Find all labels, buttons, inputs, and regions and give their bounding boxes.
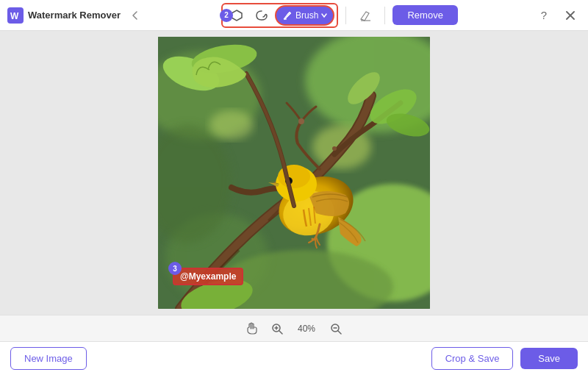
step3-badge: 3 — [168, 262, 182, 275]
lasso-icon — [255, 9, 268, 22]
eraser-tool-button[interactable] — [354, 5, 377, 26]
tool-group-box: Brush — [221, 3, 338, 28]
svg-rect-3 — [284, 18, 287, 20]
save-button[interactable]: Save — [520, 348, 578, 369]
eraser-icon — [359, 9, 372, 22]
watermark-text: @Myexample — [180, 271, 236, 282]
close-button[interactable] — [560, 5, 581, 26]
pan-tool-button[interactable] — [243, 320, 261, 338]
lasso-tool-button[interactable] — [250, 5, 273, 26]
tool-group-wrapper: 2 — [221, 3, 338, 28]
back-icon — [129, 10, 141, 21]
zoom-level: 40% — [293, 324, 320, 334]
toolbar-separator — [345, 7, 346, 24]
svg-text:W: W — [10, 11, 19, 21]
svg-line-35 — [279, 331, 282, 334]
help-button[interactable]: ? — [534, 5, 554, 26]
remove-button[interactable]: Remove — [392, 5, 457, 25]
app-title: Watermark Remover — [28, 10, 121, 21]
help-icon: ? — [541, 9, 547, 21]
app-icon: W — [7, 7, 24, 24]
title-bar-left: W Watermark Remover — [7, 5, 146, 26]
image-container: 3 @Myexample — [158, 37, 430, 309]
close-icon — [566, 11, 575, 20]
zoom-out-icon — [330, 323, 342, 335]
back-button[interactable] — [125, 5, 146, 26]
svg-point-18 — [332, 146, 337, 151]
zoom-bar: 40% — [0, 315, 588, 341]
svg-line-38 — [338, 331, 341, 334]
hand-icon — [245, 322, 259, 335]
toolbar-center: 2 — [221, 3, 458, 28]
action-bar: New Image Crop & Save Save — [0, 341, 588, 375]
brush-label: Brush — [295, 10, 318, 21]
new-image-button[interactable]: New Image — [10, 347, 87, 370]
toolbar-separator2 — [384, 7, 385, 24]
svg-marker-2 — [232, 10, 242, 21]
chevron-down-icon — [321, 12, 327, 18]
zoom-in-button[interactable] — [268, 320, 286, 338]
brush-tool-button[interactable]: Brush — [275, 5, 334, 26]
crop-save-button[interactable]: Crop & Save — [431, 347, 514, 370]
title-bar: W Watermark Remover 2 — [0, 0, 588, 31]
watermark-label[interactable]: 3 @Myexample — [173, 268, 243, 285]
svg-point-15 — [209, 110, 254, 140]
title-bar-right: ? — [534, 5, 581, 26]
brush-icon — [282, 10, 293, 21]
action-bar-right: Crop & Save Save — [431, 347, 578, 370]
zoom-in-icon — [271, 323, 283, 335]
zoom-out-button[interactable] — [327, 320, 345, 338]
svg-point-16 — [298, 118, 304, 124]
main-canvas-area[interactable]: 3 @Myexample — [0, 31, 588, 315]
step2-badge: 2 — [220, 9, 233, 22]
